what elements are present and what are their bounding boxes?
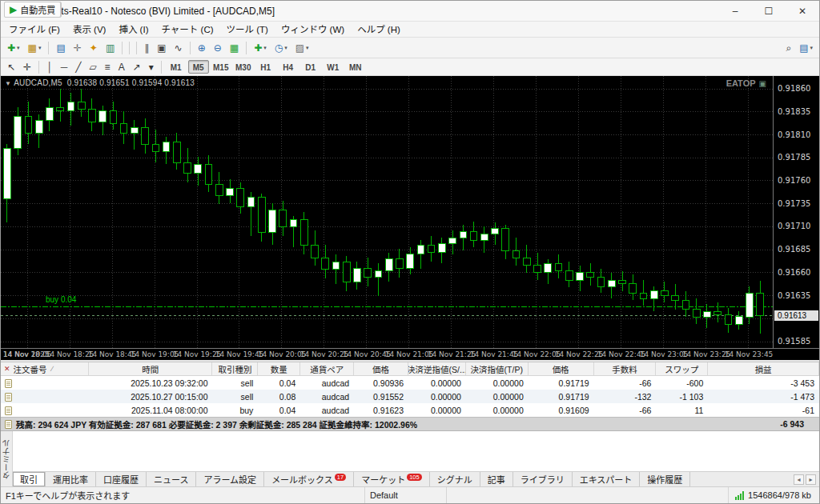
menu-item-1[interactable]: 表示 (V) [66, 22, 113, 38]
order-cell: 0.08 [258, 392, 300, 402]
terminal-tab-4[interactable]: アラーム設定 [196, 472, 264, 486]
profiles-button[interactable]: ▦▾ [25, 40, 45, 56]
column-header-6[interactable]: 決済逆指値(S/... [408, 362, 466, 375]
ea-status-icon[interactable]: ▣ [759, 79, 766, 88]
zoom-in-button[interactable]: ⊕ [195, 40, 209, 56]
autotrading-label: 自動売買 [20, 3, 55, 16]
terminal-tab-7[interactable]: シグナル [430, 472, 480, 486]
timeframe-w1-button[interactable]: W1 [323, 60, 344, 74]
order-row-2[interactable]: 2025.11.04 08:00:00buy0.04audcad0.916230… [1, 403, 819, 417]
market-watch-button[interactable]: ▤ [53, 40, 68, 56]
trendline-tool-button[interactable]: ╱ [72, 59, 84, 75]
order-cell: -1 473 [708, 392, 819, 402]
timeframe-h1-button[interactable]: H1 [255, 60, 276, 74]
column-header-1[interactable]: 時間 [89, 362, 213, 375]
text-tool-icon: A [119, 62, 125, 72]
terminal-tab-5[interactable]: メールボックス17 [264, 472, 354, 486]
menu-item-5[interactable]: ウィンドウ (W) [275, 22, 351, 38]
text-tool-button[interactable]: A [115, 59, 128, 75]
timeframe-m1-button[interactable]: M1 [166, 60, 187, 74]
terminal-tab-10[interactable]: エキスパート [573, 472, 641, 486]
column-header-4[interactable]: 通貨ペア [300, 362, 354, 375]
terminal-rows: 2025.10.23 09:32:00sell0.04audcad0.90936… [1, 376, 819, 417]
fibonacci-tool-button[interactable]: ≡ [102, 59, 114, 75]
navigator-button[interactable]: ✦ [86, 40, 101, 56]
column-header-3[interactable]: 数量 [258, 362, 300, 375]
new-chart-button[interactable]: ✚▾ [4, 40, 23, 56]
data-window-button[interactable]: ✛ [70, 40, 85, 56]
price-axis[interactable]: 0.91613 0.918600.918350.918100.917850.91… [773, 76, 819, 348]
toolbar-options-button[interactable]: ▤▾ [796, 40, 816, 56]
menu-item-3[interactable]: チャート (C) [155, 22, 219, 38]
statusbar-profile[interactable]: Default [365, 487, 447, 503]
terminal-tab-11[interactable]: 操作履歴 [640, 472, 690, 486]
column-header-9[interactable]: 手数料 [594, 362, 657, 375]
minimize-button[interactable]: – [718, 1, 752, 21]
vertical-line-tool-button[interactable]: │ [43, 59, 56, 75]
channel-tool-button[interactable]: ▱ [86, 59, 99, 75]
close-button[interactable]: ✕ [786, 1, 819, 21]
column-header-2[interactable]: 取引種別 [212, 362, 258, 375]
terminal-tab-3[interactable]: ニュース [147, 472, 196, 486]
order-cell: 0.91609 [529, 406, 594, 415]
terminal-tab-2[interactable]: 口座履歴 [96, 472, 147, 486]
crosshair-tool-button[interactable]: ✛ [20, 59, 34, 75]
timeframe-m30-button[interactable]: M30 [233, 60, 254, 74]
timeframe-m15-button[interactable]: M15 [211, 60, 231, 74]
periods-button[interactable]: ◷▾ [271, 40, 291, 56]
tile-windows-button[interactable]: ▦ [227, 40, 242, 56]
price-axis-label: 0.91635 [778, 291, 810, 300]
dropdown-arrow-icon: ▾ [263, 45, 267, 51]
terminal-tab-8[interactable]: 記事 [480, 472, 513, 486]
terminal-tab-1[interactable]: 運用比率 [46, 472, 96, 486]
order-cell: 0.00000 [408, 406, 466, 415]
order-cell: -66 [594, 406, 657, 415]
menu-item-6[interactable]: ヘルプ (H) [351, 22, 407, 38]
autotrading-button[interactable]: ▶自動売買 [4, 2, 61, 18]
search-button[interactable]: ⌕ [782, 40, 794, 56]
menu-item-2[interactable]: 挿入 (I) [112, 22, 155, 38]
timeframe-h4-button[interactable]: H4 [278, 60, 299, 74]
column-header-11[interactable]: 損益 [708, 362, 819, 375]
indicators-button[interactable]: ✚▾ [251, 40, 270, 56]
shapes-tool-button[interactable]: ▾ [146, 59, 157, 75]
menu-item-0[interactable]: ファイル (F) [2, 22, 66, 38]
profiles-icon: ▦ [28, 43, 37, 53]
time-axis[interactable]: 14 Nov 202514 Nov 18:0514 Nov 18:2514 No… [1, 348, 819, 360]
tab-scroll-right-icon[interactable]: ▸ [806, 474, 816, 485]
terminal-tab-6[interactable]: マーケット105 [354, 472, 430, 486]
tab-scroll-group: ◂▸ [794, 472, 819, 486]
close-terminal-icon[interactable]: ✕ [4, 365, 10, 373]
column-header-10[interactable]: スワップ [656, 362, 708, 375]
dropdown-arrow-icon: ▾ [284, 45, 287, 51]
maximize-button[interactable]: ☐ [752, 1, 786, 21]
order-cell: 0.00000 [466, 406, 529, 415]
bar-chart-mode-button[interactable]: ∥ [141, 40, 152, 56]
terminal-tab-0[interactable]: 取引 [13, 472, 46, 486]
column-header-7[interactable]: 決済指値(T/P) [466, 362, 529, 375]
chart-symbol-ohlc: ▼AUDCAD,M5 0.91638 0.91651 0.91594 0.916… [5, 78, 195, 87]
order-row-1[interactable]: 2025.10.27 00:15:00sell0.08audcad0.91552… [1, 390, 819, 403]
terminal-panel-button[interactable]: ▥ [102, 40, 118, 56]
column-header-8[interactable]: 価格 [529, 362, 594, 375]
column-header-0[interactable]: ✕注文番号∕ [1, 362, 89, 375]
column-header-5[interactable]: 価格 [354, 362, 408, 375]
zoom-out-button[interactable]: ⊖ [211, 40, 225, 56]
menu-item-4[interactable]: ツール (T) [220, 22, 275, 38]
candle-chart-mode-button[interactable]: ▣ [154, 40, 169, 56]
timeframe-mn-button[interactable]: MN [345, 60, 366, 74]
line-chart-mode-button[interactable]: ∿ [171, 40, 186, 56]
templates-button[interactable]: ▨▾ [292, 40, 312, 56]
connection-status[interactable]: 1546864/978 kb [729, 490, 819, 500]
chart-plot[interactable]: buy 0.04 [1, 76, 773, 348]
timeframe-m5-button[interactable]: M5 [188, 60, 209, 74]
order-row-0[interactable]: 2025.10.23 09:32:00sell0.04audcad0.90936… [1, 376, 819, 390]
terminal-side-tab[interactable]: ターミナル [1, 431, 13, 486]
timeframe-d1-button[interactable]: D1 [300, 60, 321, 74]
cursor-tool-button[interactable]: ↖ [4, 59, 18, 75]
arrows-tool-button[interactable]: ↗ [130, 59, 144, 75]
horizontal-line-tool-button[interactable]: ─ [58, 59, 71, 75]
chevron-down-icon[interactable]: ▼ [5, 80, 11, 87]
tab-scroll-left-icon[interactable]: ◂ [794, 474, 804, 485]
terminal-tab-9[interactable]: ライブラリ [513, 472, 573, 486]
